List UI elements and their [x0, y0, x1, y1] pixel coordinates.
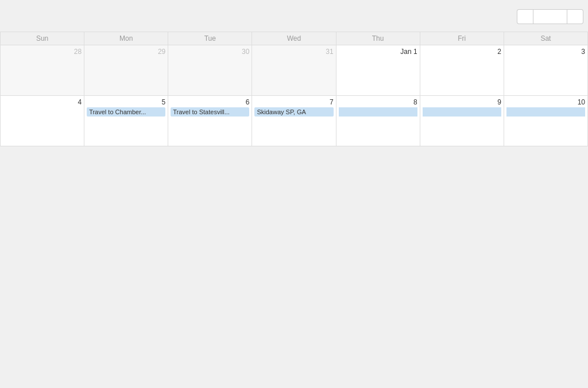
day-header-sun: Sun	[1, 32, 84, 45]
next-button[interactable]	[567, 9, 583, 24]
date-number: 4	[3, 98, 82, 107]
date-number: 9	[423, 98, 501, 107]
calendar-container: SunMonTueWedThuFriSat 28293031Jan 12345T…	[0, 0, 588, 146]
date-number: Jan 1	[339, 48, 417, 57]
date-number: 5	[87, 98, 165, 107]
cal-cell[interactable]: 29	[84, 45, 168, 96]
day-header-wed: Wed	[252, 32, 336, 45]
today-button[interactable]	[533, 9, 567, 24]
event-bar-continuation	[506, 107, 585, 117]
date-number: 2	[423, 48, 501, 57]
event-bar[interactable]: Travel to Chamber...	[87, 107, 165, 117]
prev-button[interactable]	[517, 9, 533, 24]
event-bar-continuation	[423, 107, 501, 117]
cal-cell[interactable]: Jan 1	[336, 45, 420, 96]
day-header-mon: Mon	[84, 32, 168, 45]
event-bar[interactable]: Skidaway SP, GA	[254, 107, 333, 117]
day-header-sat: Sat	[504, 32, 588, 45]
date-number: 28	[3, 48, 82, 57]
day-header-fri: Fri	[420, 32, 504, 45]
calendar-title	[5, 6, 10, 27]
cal-cell[interactable]: 5Travel to Chamber...	[84, 96, 168, 146]
day-headers: SunMonTueWedThuFriSat	[0, 32, 588, 45]
cal-cell[interactable]: 2	[420, 45, 504, 96]
nav-controls	[517, 9, 583, 24]
date-number: 7	[254, 98, 333, 107]
calendar-grid: 28293031Jan 12345Travel to Chamber...6Tr…	[0, 45, 588, 146]
date-number: 8	[339, 98, 417, 107]
day-header-thu: Thu	[336, 32, 420, 45]
date-number: 6	[171, 98, 249, 107]
cal-cell[interactable]: 28	[1, 45, 84, 96]
cal-cell[interactable]: 4	[1, 96, 84, 146]
cal-cell[interactable]: 10	[504, 96, 588, 146]
cal-cell[interactable]: 30	[168, 45, 252, 96]
cal-cell[interactable]: 8	[336, 96, 420, 146]
day-header-tue: Tue	[168, 32, 252, 45]
date-number: 10	[506, 98, 585, 107]
calendar-header	[0, 6, 588, 32]
cal-cell[interactable]: 9	[420, 96, 504, 146]
event-bar[interactable]: Travel to Statesvill...	[171, 107, 249, 117]
cal-cell[interactable]: 7Skidaway SP, GA	[252, 96, 336, 146]
date-number: 3	[506, 48, 585, 57]
date-number: 30	[171, 48, 249, 57]
cal-cell[interactable]: 6Travel to Statesvill...	[168, 96, 252, 146]
cal-cell[interactable]: 31	[252, 45, 336, 96]
date-number: 31	[254, 48, 333, 57]
event-bar-continuation	[339, 107, 417, 117]
date-number: 29	[87, 48, 165, 57]
cal-cell[interactable]: 3	[504, 45, 588, 96]
